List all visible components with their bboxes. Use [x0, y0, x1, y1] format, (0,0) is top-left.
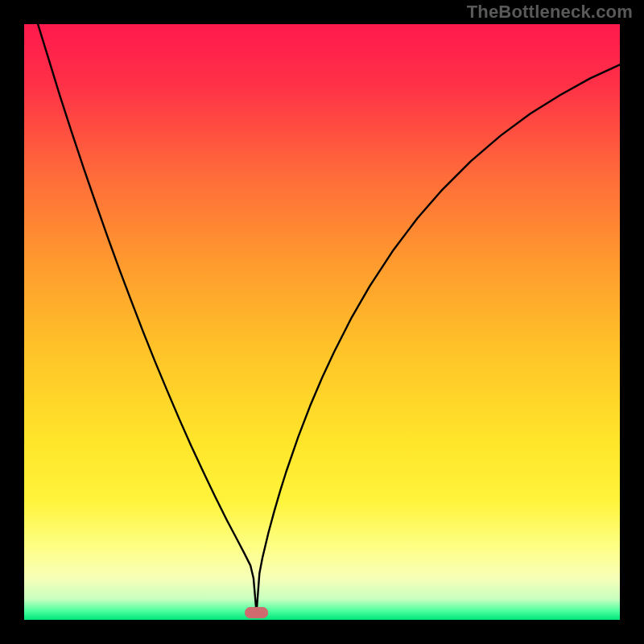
optimal-marker	[246, 608, 268, 618]
plot-area	[24, 24, 620, 620]
bottleneck-chart	[24, 24, 620, 620]
watermark-text: TheBottleneck.com	[467, 2, 633, 23]
chart-frame: TheBottleneck.com	[0, 0, 644, 644]
